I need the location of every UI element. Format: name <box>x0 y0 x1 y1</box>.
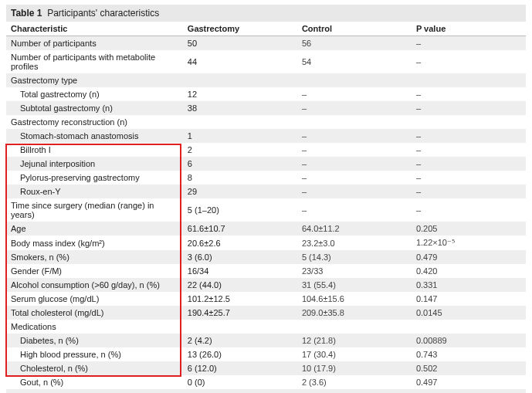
cell-control: – <box>297 185 412 198</box>
cell-gastrectomy: 22 (44.0) <box>183 278 297 292</box>
cell-pvalue: – <box>412 171 526 185</box>
cell-label: Smokers, n (%) <box>6 250 183 264</box>
cell-pvalue: 0.497 <box>412 375 526 389</box>
cell-gastrectomy: 12 <box>183 87 297 101</box>
cell-label: Serum glucose (mg/dL) <box>6 292 183 306</box>
cell-gastrectomy: 8 <box>183 171 297 185</box>
table-row: Jejunal interposition6–– <box>6 157 526 171</box>
cell-pvalue: 0.743 <box>412 347 526 361</box>
cell-label: Total gastrectomy (n) <box>6 87 183 101</box>
table-row: Gastrectomy type <box>6 73 526 87</box>
table-row: Total gastrectomy (n)12–– <box>6 87 526 101</box>
cell-gastrectomy <box>183 320 297 334</box>
cell-pvalue: 0.502 <box>412 361 526 375</box>
cell-pvalue: 0.0375 <box>412 389 526 393</box>
table-row: Gastric acid suppression, n (%)4 (8.0)13… <box>6 389 526 393</box>
cell-pvalue: 1.22×10⁻⁵ <box>412 235 526 250</box>
cell-control: – <box>297 143 412 157</box>
cell-gastrectomy: 1 <box>183 129 297 143</box>
cell-control <box>297 320 412 334</box>
table-row: Stomach-stomach anastomosis1–– <box>6 129 526 143</box>
cell-label: Age <box>6 222 183 235</box>
cell-label: Gastrectomy type <box>6 73 183 87</box>
cell-control: 54 <box>297 50 412 73</box>
cell-label: Total cholesterol (mg/dL) <box>6 306 183 320</box>
cell-control: – <box>297 198 412 222</box>
cell-gastrectomy: 2 (4.2) <box>183 334 297 347</box>
table-row: Diabetes, n (%)2 (4.2)12 (21.8)0.00889 <box>6 334 526 347</box>
table-row: Age61.6±10.764.0±11.20.205 <box>6 222 526 235</box>
table-row: Number of participants5056– <box>6 36 526 51</box>
table-row: Serum glucose (mg/dL)101.2±12.5104.6±15.… <box>6 292 526 306</box>
cell-gastrectomy: 38 <box>183 101 297 115</box>
header-gastrectomy: Gastrectomy <box>183 22 297 36</box>
cell-gastrectomy: 16/34 <box>183 264 297 278</box>
table-row: Billroth I2–– <box>6 143 526 157</box>
cell-pvalue: 0.331 <box>412 278 526 292</box>
table-row: Subtotal gastrectomy (n)38–– <box>6 101 526 115</box>
cell-pvalue <box>412 115 526 129</box>
cell-gastrectomy: 5 (1–20) <box>183 198 297 222</box>
table-row: Number of participants with metabolite p… <box>6 50 526 73</box>
cell-label: Jejunal interposition <box>6 157 183 171</box>
cell-gastrectomy: 101.2±12.5 <box>183 292 297 306</box>
cell-label: Time since surgery (median (range) in ye… <box>6 198 183 222</box>
cell-label: Gastric acid suppression, n (%) <box>6 389 183 393</box>
cell-label: Gender (F/M) <box>6 264 183 278</box>
cell-pvalue: 0.0145 <box>412 306 526 320</box>
cell-gastrectomy: 50 <box>183 36 297 51</box>
table-row: Total cholesterol (mg/dL)190.4±25.7209.0… <box>6 306 526 320</box>
cell-gastrectomy: 13 (26.0) <box>183 347 297 361</box>
cell-gastrectomy: 20.6±2.6 <box>183 235 297 250</box>
cell-gastrectomy: 6 (12.0) <box>183 361 297 375</box>
table-row: Roux-en-Y29–– <box>6 185 526 198</box>
cell-pvalue: 0.00889 <box>412 334 526 347</box>
cell-label: Number of participants with metabolite p… <box>6 50 183 73</box>
header-pvalue: P value <box>412 22 526 36</box>
cell-label: Alcohol consumption (>60 g/day), n (%) <box>6 278 183 292</box>
table-row: Gastrectomy reconstruction (n) <box>6 115 526 129</box>
table-row: Alcohol consumption (>60 g/day), n (%)22… <box>6 278 526 292</box>
cell-gastrectomy: 0 (0) <box>183 375 297 389</box>
cell-control: – <box>297 171 412 185</box>
table-row: Gender (F/M)16/3423/330.420 <box>6 264 526 278</box>
table-row: Medications <box>6 320 526 334</box>
cell-label: Billroth I <box>6 143 183 157</box>
cell-pvalue: – <box>412 157 526 171</box>
table-number: Table 1 <box>11 8 42 19</box>
cell-control: – <box>297 157 412 171</box>
cell-gastrectomy: 29 <box>183 185 297 198</box>
cell-control: 13 (23.2) <box>297 389 412 393</box>
table-row: Smokers, n (%)3 (6.0)5 (14.3)0.479 <box>6 250 526 264</box>
cell-pvalue: – <box>412 36 526 51</box>
cell-gastrectomy: 2 <box>183 143 297 157</box>
table-header-row: Characteristic Gastrectomy Control P val… <box>6 22 526 36</box>
cell-control: 23.2±3.0 <box>297 235 412 250</box>
characteristics-table: Characteristic Gastrectomy Control P val… <box>6 22 526 393</box>
cell-pvalue: – <box>412 198 526 222</box>
cell-control <box>297 73 412 87</box>
cell-pvalue <box>412 320 526 334</box>
cell-pvalue: – <box>412 129 526 143</box>
cell-control: 56 <box>297 36 412 51</box>
cell-control: 10 (17.9) <box>297 361 412 375</box>
table-row: Gout, n (%)0 (0)2 (3.6)0.497 <box>6 375 526 389</box>
cell-gastrectomy: 4 (8.0) <box>183 389 297 393</box>
cell-control: 5 (14.3) <box>297 250 412 264</box>
cell-label: Roux-en-Y <box>6 185 183 198</box>
cell-control: 2 (3.6) <box>297 375 412 389</box>
cell-control: 64.0±11.2 <box>297 222 412 235</box>
cell-label: Gout, n (%) <box>6 375 183 389</box>
cell-gastrectomy: 61.6±10.7 <box>183 222 297 235</box>
cell-pvalue: 0.420 <box>412 264 526 278</box>
cell-control: 209.0±35.8 <box>297 306 412 320</box>
cell-gastrectomy: 190.4±25.7 <box>183 306 297 320</box>
cell-control: 17 (30.4) <box>297 347 412 361</box>
cell-label: Subtotal gastrectomy (n) <box>6 101 183 115</box>
header-characteristic: Characteristic <box>6 22 183 36</box>
cell-label: Pylorus-preserving gastrectomy <box>6 171 183 185</box>
cell-gastrectomy: 44 <box>183 50 297 73</box>
table-row: Pylorus-preserving gastrectomy8–– <box>6 171 526 185</box>
table-row: Cholesterol, n (%)6 (12.0)10 (17.9)0.502 <box>6 361 526 375</box>
cell-control: – <box>297 129 412 143</box>
